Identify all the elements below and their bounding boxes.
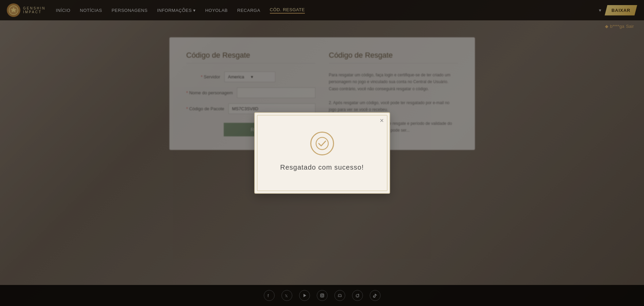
success-text: Resgatado com sucesso! [280, 164, 364, 171]
svg-point-1 [316, 137, 328, 150]
success-check-circle [310, 132, 334, 155]
modal-close-button[interactable]: × [380, 117, 384, 124]
modal-backdrop: × Resgatado com sucesso! [0, 0, 644, 306]
success-modal: × Resgatado com sucesso! [254, 112, 390, 194]
checkmark-icon [315, 137, 329, 150]
